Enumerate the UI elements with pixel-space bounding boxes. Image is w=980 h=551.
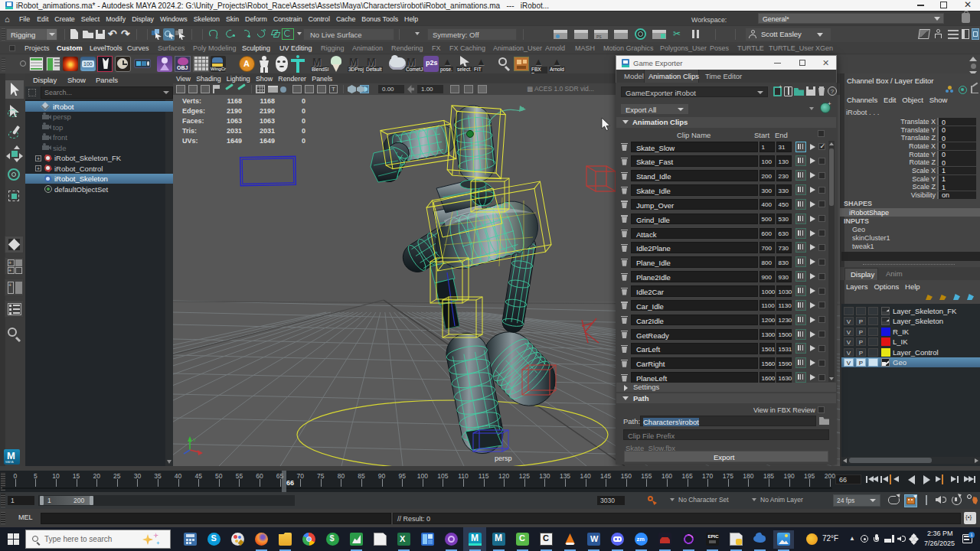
svg-text:persp: persp: [495, 455, 512, 462]
svg-text:Y: Y: [193, 438, 196, 442]
